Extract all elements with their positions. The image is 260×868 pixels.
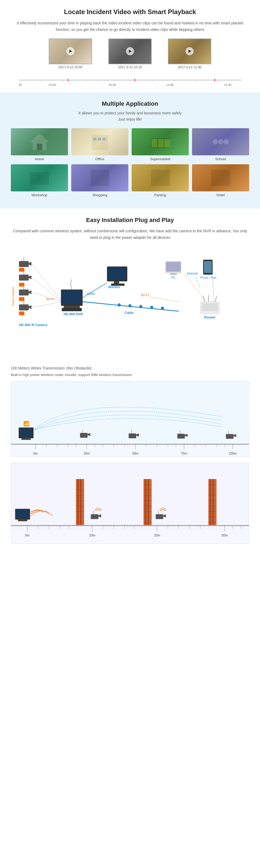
svg-rect-208	[16, 509, 29, 518]
app-label-home: Home	[11, 157, 68, 161]
svg-text:Phone / Pad: Phone / Pad	[200, 276, 217, 279]
svg-point-85	[118, 303, 121, 307]
transmission-section: 100 Meters Wirles Transmission (No Obsta…	[0, 359, 260, 552]
svg-rect-57	[19, 304, 29, 310]
svg-text:50m: 50m	[132, 451, 138, 455]
transmission-scene2-svg: 0m 10m 20m 30m	[11, 463, 249, 544]
app-label-office: Office	[71, 157, 128, 161]
svg-rect-178	[209, 479, 211, 525]
app-item-supermarket: Supermarket	[132, 128, 189, 161]
svg-rect-33	[93, 138, 96, 141]
svg-text:30m: 30m	[222, 533, 228, 537]
svg-text:11:30: 11:30	[224, 83, 232, 87]
playback-title: Locate Incident Video with Smart Playbac…	[11, 8, 249, 16]
svg-rect-48	[19, 261, 29, 267]
app-label-school: School	[192, 157, 249, 161]
svg-rect-71	[62, 290, 82, 304]
svg-rect-111	[11, 444, 249, 445]
svg-rect-31	[37, 144, 42, 150]
svg-point-42	[223, 139, 229, 145]
svg-rect-188	[11, 525, 249, 526]
svg-point-40	[213, 139, 218, 145]
thumb-image-2	[108, 38, 152, 64]
svg-rect-155	[76, 479, 84, 525]
app-label-supermarket: Supermarket	[132, 157, 189, 161]
app-item-parking: Parking	[132, 164, 189, 197]
app-image-shopping	[71, 164, 128, 191]
svg-rect-3	[215, 79, 215, 81]
svg-rect-151	[226, 434, 233, 439]
svg-rect-96	[166, 262, 181, 272]
applications-section: Multiple Application It allows you to pr…	[0, 92, 260, 209]
transmission-scene1-svg: 📶 0m 25m 50m 75m 100m	[11, 381, 249, 457]
svg-text:0m: 0m	[33, 451, 38, 455]
installation-section: Easy Installation Plug and Play Compared…	[0, 209, 260, 359]
app-item-workshop: Workshop	[11, 164, 68, 197]
svg-rect-210	[91, 514, 98, 519]
svg-rect-80	[108, 267, 127, 280]
svg-rect-100	[204, 261, 212, 273]
svg-rect-46	[211, 170, 230, 186]
svg-marker-52	[29, 275, 31, 279]
svg-rect-35	[102, 138, 106, 141]
svg-point-41	[218, 139, 223, 145]
svg-rect-39	[164, 139, 170, 147]
svg-text:Cable: Cable	[125, 311, 133, 315]
play-icon-1	[66, 47, 74, 55]
svg-marker-55	[29, 290, 31, 294]
app-label-parking: Parking	[132, 193, 189, 197]
svg-rect-51	[19, 275, 29, 281]
svg-text:Router: Router	[204, 315, 216, 319]
svg-text:75m: 75m	[181, 451, 187, 455]
svg-rect-142	[80, 433, 88, 438]
app-image-supermarket	[132, 128, 189, 155]
svg-rect-156	[77, 479, 78, 525]
app-image-workshop	[11, 164, 68, 191]
svg-text:PC: PC	[171, 276, 176, 279]
playback-section: Locate Incident Video with Smart Playbac…	[0, 0, 260, 92]
app-item-shopping: Shopping	[71, 164, 128, 197]
svg-line-104	[203, 296, 204, 302]
svg-text:HD Wifi IP Camera: HD Wifi IP Camera	[19, 323, 47, 327]
transmission-title: 100 Meters Wirles Transmission (No Obsta…	[11, 364, 249, 371]
svg-rect-1	[68, 79, 68, 81]
svg-text:100m: 100m	[229, 451, 237, 455]
playback-thumb-1: 2017-3-12 10:04	[49, 38, 92, 69]
svg-text:10:00: 10:00	[48, 83, 56, 87]
app-image-hotel	[192, 164, 249, 191]
svg-rect-134	[20, 428, 33, 436]
applications-grid-row2: Workshop Shopping Parking Hotel	[11, 164, 249, 197]
svg-text:11:00: 11:00	[166, 83, 174, 87]
svg-text:10:30: 10:30	[108, 83, 116, 87]
svg-rect-135	[22, 438, 31, 440]
app-item-home: Home	[11, 128, 68, 161]
svg-rect-148	[177, 434, 185, 439]
playback-description: It effectively economized your time in p…	[11, 20, 249, 33]
svg-line-74	[70, 283, 72, 289]
svg-text:Monitor: Monitor	[108, 285, 120, 289]
svg-rect-97	[170, 273, 177, 275]
svg-rect-81	[114, 281, 119, 284]
svg-text:HDMI: HDMI	[87, 292, 95, 296]
svg-rect-72	[64, 306, 80, 308]
app-label-shopping: Shopping	[71, 193, 128, 197]
svg-line-92	[149, 297, 179, 302]
applications-desc1: It allows you to protect your family and…	[11, 110, 249, 123]
svg-line-106	[215, 296, 217, 302]
installation-title: Easy Installation Plug and Play	[11, 217, 249, 224]
installation-description: Compared with common wireless system, wi…	[11, 228, 249, 241]
thumb-label-1: 2017-3-12 10:04	[49, 65, 92, 69]
svg-rect-179	[212, 479, 214, 525]
app-label-workshop: Workshop	[11, 193, 68, 197]
svg-rect-73	[62, 308, 82, 311]
svg-line-67	[32, 302, 62, 307]
svg-rect-45	[151, 170, 170, 186]
svg-marker-49	[29, 262, 31, 266]
timeline: 9:45 10:00 10:30 11:00 11:30	[19, 72, 241, 87]
applications-title: Multiple Application	[11, 100, 249, 107]
playback-thumb-2: 2017-3-12 10:19	[108, 38, 152, 69]
timeline-svg: 9:45 10:00 10:30 11:00 11:30	[19, 72, 241, 87]
svg-rect-177	[208, 479, 217, 525]
svg-rect-103	[202, 303, 218, 311]
svg-rect-38	[158, 139, 164, 147]
